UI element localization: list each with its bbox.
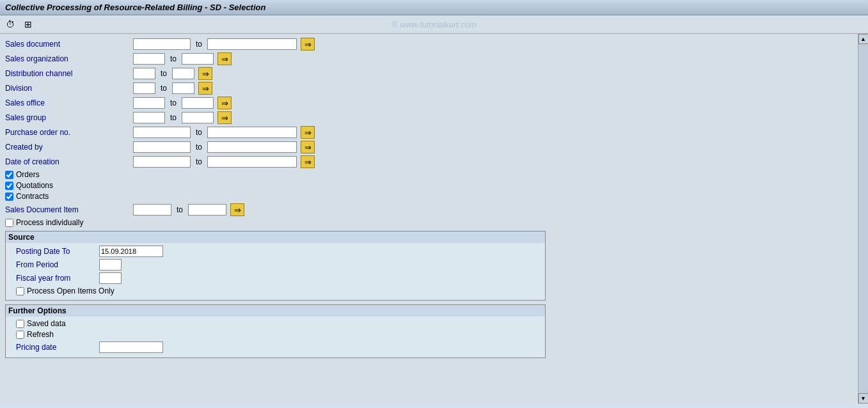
purchase-order-arrow[interactable] [301, 126, 315, 139]
created-by-to[interactable] [207, 141, 297, 153]
from-period-label: From Period [16, 260, 99, 269]
refresh-row: Refresh [10, 330, 541, 339]
fiscal-year-from-row: Fiscal year from [10, 272, 541, 284]
quotations-checkbox[interactable] [5, 182, 13, 190]
sales-group-label: Sales group [5, 113, 133, 122]
grid-icon[interactable]: ⊞ [22, 18, 35, 31]
distribution-channel-from[interactable] [133, 68, 155, 79]
contracts-label: Contracts [16, 192, 49, 201]
orders-row: Orders [5, 170, 853, 179]
sales-office-to[interactable] [182, 97, 214, 109]
distribution-channel-to[interactable] [172, 68, 194, 79]
toolbar: ⏱ ⊞ © www.tutorialkart.com [0, 15, 868, 34]
process-open-items-label: Process Open Items Only [27, 286, 114, 295]
saved-data-row: Saved data [10, 319, 541, 328]
division-arrow[interactable] [198, 82, 212, 95]
contracts-row: Contracts [5, 192, 853, 201]
process-open-items-row: Process Open Items Only [10, 286, 541, 295]
saved-data-label: Saved data [27, 319, 66, 328]
sales-document-row: Sales document to [5, 38, 853, 51]
further-options-section: Further Options Saved data Refresh Prici… [5, 304, 546, 358]
date-of-creation-from[interactable] [133, 156, 191, 168]
sales-doc-item-label: Sales Document Item [5, 205, 133, 214]
purchase-order-label: Purchase order no. [5, 128, 133, 137]
contracts-checkbox[interactable] [5, 192, 13, 201]
sales-office-label: Sales office [5, 98, 133, 107]
fiscal-year-from-input[interactable] [99, 272, 122, 284]
created-by-label: Created by [5, 143, 133, 152]
process-individually-label: Process individually [16, 218, 83, 227]
posting-date-to-row: Posting Date To [10, 246, 541, 257]
orders-checkbox[interactable] [5, 171, 13, 179]
created-by-arrow[interactable] [301, 141, 315, 153]
to-label-6: to [170, 113, 177, 122]
watermark: © www.tutorialkart.com [391, 20, 477, 29]
posting-date-to-input[interactable] [99, 246, 163, 257]
clock-icon[interactable]: ⏱ [4, 18, 17, 31]
sales-doc-item-to[interactable] [188, 204, 226, 216]
sales-doc-item-from[interactable] [133, 204, 171, 216]
sales-document-from[interactable] [133, 38, 191, 50]
title-text: Collective Processing of Resource-Relate… [5, 3, 265, 12]
process-open-items-checkbox[interactable] [16, 287, 24, 295]
division-to[interactable] [172, 82, 194, 94]
sales-document-arrow[interactable] [301, 38, 315, 51]
scroll-up-arrow[interactable]: ▲ [858, 34, 869, 44]
scroll-down-arrow[interactable]: ▼ [858, 393, 869, 404]
sales-office-arrow[interactable] [217, 97, 232, 109]
sales-office-row: Sales office to [5, 97, 853, 109]
fiscal-year-from-label: Fiscal year from [16, 274, 99, 283]
sales-group-from[interactable] [133, 112, 165, 123]
purchase-order-row: Purchase order no. to [5, 126, 853, 139]
source-section: Source Posting Date To From Period Fisca… [5, 231, 546, 301]
title-bar: Collective Processing of Resource-Relate… [0, 0, 868, 15]
refresh-checkbox[interactable] [16, 331, 24, 339]
to-label-3: to [161, 69, 167, 78]
distribution-channel-arrow[interactable] [198, 67, 212, 80]
form-area: Sales document to Sales organization to … [0, 34, 858, 404]
sales-document-to[interactable] [207, 38, 297, 50]
sales-group-row: Sales group to [5, 111, 853, 124]
sales-organization-arrow[interactable] [217, 52, 232, 65]
to-label-4: to [161, 84, 167, 93]
saved-data-checkbox[interactable] [16, 320, 24, 328]
from-period-input[interactable] [99, 259, 122, 271]
sales-doc-item-arrow[interactable] [230, 203, 244, 216]
sales-organization-label: Sales organization [5, 54, 133, 63]
scrollbar[interactable]: ▲ ▼ [858, 34, 868, 404]
quotations-label: Quotations [16, 181, 53, 190]
sales-organization-row: Sales organization to [5, 52, 853, 65]
pricing-date-row: Pricing date [10, 341, 541, 353]
to-label-8: to [196, 143, 202, 152]
date-of-creation-to[interactable] [207, 156, 297, 168]
sales-office-from[interactable] [133, 97, 165, 109]
process-individually-checkbox[interactable] [5, 219, 13, 227]
to-label-1: to [196, 40, 202, 49]
date-of-creation-row: Date of creation to [5, 155, 853, 168]
pricing-date-input[interactable] [99, 341, 163, 353]
sales-document-label: Sales document [5, 40, 133, 49]
sales-group-to[interactable] [182, 112, 214, 123]
sales-organization-to[interactable] [182, 53, 214, 65]
date-of-creation-arrow[interactable] [301, 155, 315, 168]
created-by-row: Created by to [5, 141, 853, 153]
purchase-order-from[interactable] [133, 127, 191, 138]
sales-organization-from[interactable] [133, 53, 165, 65]
sales-group-arrow[interactable] [217, 111, 232, 124]
to-label-7: to [196, 128, 202, 137]
posting-date-to-label: Posting Date To [16, 247, 99, 256]
to-label-5: to [170, 98, 177, 107]
process-individually-row: Process individually [5, 218, 853, 227]
pricing-date-label: Pricing date [16, 343, 99, 352]
division-row: Division to [5, 82, 853, 95]
created-by-from[interactable] [133, 141, 191, 153]
purchase-order-to[interactable] [207, 127, 297, 138]
refresh-label: Refresh [27, 330, 54, 339]
distribution-channel-label: Distribution channel [5, 69, 133, 78]
division-from[interactable] [133, 82, 155, 94]
source-title: Source [6, 231, 545, 243]
division-label: Division [5, 84, 133, 93]
distribution-channel-row: Distribution channel to [5, 67, 853, 80]
to-label-2: to [170, 54, 177, 63]
further-options-title: Further Options [6, 305, 545, 317]
